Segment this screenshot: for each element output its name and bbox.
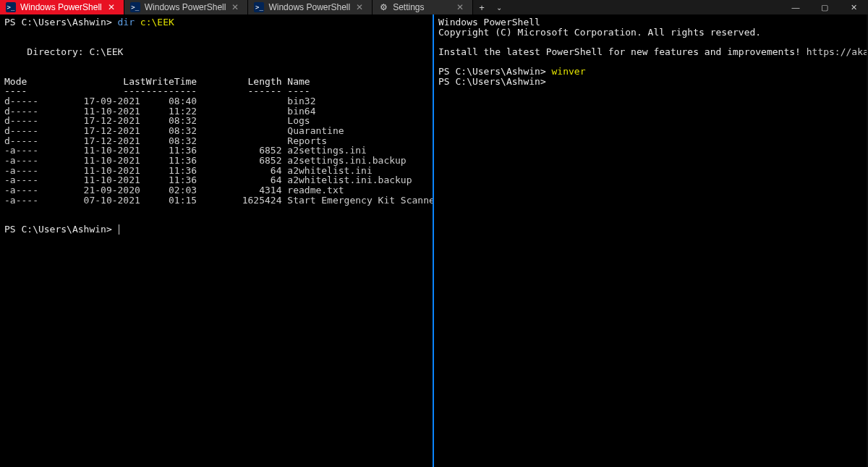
maximize-button[interactable]: ▢ [810, 0, 839, 14]
command: winver [552, 66, 586, 77]
tab-1[interactable]: >_Windows PowerShell✕ [124, 0, 249, 14]
close-tab-icon[interactable]: ✕ [354, 2, 365, 12]
powershell-icon: >_ [6, 2, 16, 12]
tab-label: Settings [393, 2, 451, 12]
close-tab-icon[interactable]: ✕ [106, 2, 116, 12]
tab-2[interactable]: >_Windows PowerShell✕ [248, 0, 373, 14]
split-panes: PS C:\Users\Ashwin> dir c:\EEK Directory… [0, 14, 868, 467]
banner-line: Copyright (C) Microsoft Corporation. All… [438, 27, 761, 38]
terminal-pane-right[interactable]: Windows PowerShell Copyright (C) Microso… [434, 14, 867, 467]
tab-dropdown-button[interactable]: ⌄ [490, 0, 508, 14]
terminal-output-right: Windows PowerShell Copyright (C) Microso… [438, 17, 862, 86]
tab-label: Windows PowerShell [145, 2, 226, 12]
minimize-button[interactable]: — [781, 0, 810, 14]
install-msg: Install the latest PowerShell for new fe… [438, 46, 807, 57]
powershell-icon: >_ [130, 2, 140, 12]
window-controls: — ▢ ✕ [781, 0, 868, 14]
terminal-output-left: PS C:\Users\Ashwin> dir c:\EEK Directory… [4, 17, 428, 235]
close-tab-icon[interactable]: ✕ [455, 2, 465, 12]
terminal-pane-left[interactable]: PS C:\Users\Ashwin> dir c:\EEK Directory… [0, 14, 434, 467]
title-bar: >_Windows PowerShell✕>_Windows PowerShel… [0, 0, 868, 14]
install-link[interactable]: https://aka.ms/PSWindows [807, 46, 867, 57]
close-tab-icon[interactable]: ✕ [230, 2, 240, 12]
new-tab-button[interactable]: + [473, 0, 490, 14]
tab-0[interactable]: >_Windows PowerShell✕ [0, 0, 124, 14]
tab-strip: >_Windows PowerShell✕>_Windows PowerShel… [0, 0, 473, 14]
tab-label: Windows PowerShell [268, 2, 350, 12]
tab-label: Windows PowerShell [20, 2, 102, 12]
close-window-button[interactable]: ✕ [839, 0, 868, 14]
prompt: PS C:\Users\Ashwin> [438, 76, 546, 87]
titlebar-drag-area[interactable] [508, 0, 781, 14]
gear-icon: ⚙ [378, 2, 388, 12]
tab-3[interactable]: ⚙Settings✕ [373, 0, 473, 14]
powershell-icon: >_ [254, 2, 264, 12]
